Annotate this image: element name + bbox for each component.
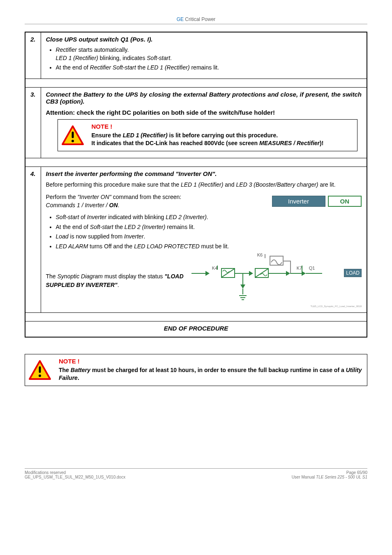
load-label: LOAD bbox=[344, 269, 362, 277]
step-3-row: 3. Connect the Battery to the UPS by clo… bbox=[25, 87, 367, 158]
step-2-body: Close UPS output switch Q1 (Pos. I). Rec… bbox=[41, 32, 367, 79]
on-button[interactable]: ON bbox=[328, 196, 362, 207]
svg-rect-1 bbox=[71, 132, 74, 138]
step-3-body: Connect the Battery to the UPS by closin… bbox=[41, 87, 367, 158]
step-3-note-box: NOTE ! Ensure the LED 1 (Rectifier) is l… bbox=[58, 119, 357, 151]
warning-icon bbox=[61, 125, 84, 146]
svg-rect-6 bbox=[39, 366, 41, 373]
step-4-body: Insert the inverter performing the comma… bbox=[41, 166, 367, 312]
step-2-subline: LED 1 (Rectifier) blinking, indicates So… bbox=[56, 54, 362, 62]
step-2-bullet-2: At the end of Rectifier Soft-start the L… bbox=[56, 64, 362, 72]
page-header: GE Critical Power bbox=[25, 16, 367, 24]
final-note-body: The Battery must be charged for at least… bbox=[59, 366, 363, 382]
step-4-bullet-2: At the end of Soft-start the LED 2 (Inve… bbox=[56, 223, 362, 231]
step-3-attention: Attention: check the right DC polarities… bbox=[46, 109, 362, 116]
step-4-bullet-1: Soft-start of Inverter indicated with bl… bbox=[56, 213, 362, 222]
step-4-bullet-3: Load is now supplied from Inverter. bbox=[56, 233, 362, 241]
svg-point-2 bbox=[71, 140, 74, 142]
page-footer: Modifications reserved GE_UPS_USM_TLE_SU… bbox=[25, 468, 367, 479]
step-2-row: 2. Close UPS output switch Q1 (Pos. I). … bbox=[25, 32, 367, 79]
step-3-title: Connect the Battery to the UPS by closin… bbox=[46, 91, 362, 105]
k6-label: K6 bbox=[257, 252, 263, 257]
step-3-note-body: Ensure the LED 1 (Rectifier) is lit befo… bbox=[92, 132, 353, 148]
end-of-procedure: END OF PROCEDURE bbox=[25, 321, 367, 337]
header-ge: GE bbox=[177, 16, 184, 22]
end-row: END OF PROCEDURE bbox=[25, 321, 367, 337]
header-cp: Critical Power bbox=[184, 16, 215, 22]
step-4-row: 4. Insert the inverter performing the co… bbox=[25, 166, 367, 312]
synoptic-diagram: K6 K4 bbox=[191, 254, 362, 308]
warning-icon bbox=[28, 360, 51, 380]
step-4-number: 4. bbox=[25, 166, 41, 312]
step-4-command-row: Perform the "Inverter ON" command from t… bbox=[46, 193, 362, 209]
footer-page: Page 65/90 bbox=[292, 470, 367, 475]
svg-point-7 bbox=[39, 375, 41, 377]
step-4-intro: Before performing this procedure make su… bbox=[46, 180, 362, 189]
final-note-title: NOTE ! bbox=[59, 358, 363, 365]
inverter-button[interactable]: Inverter bbox=[272, 196, 325, 207]
step-2-title: Close UPS output switch Q1 (Pos. I). bbox=[46, 36, 362, 43]
step-3-number: 3. bbox=[25, 87, 41, 158]
diagram-id: TLE5_LCD_Synoptic_FC_Load_Inverter_0018 bbox=[311, 305, 362, 308]
step-4-title: Insert the inverter performing the comma… bbox=[46, 170, 362, 177]
step-4-synoptic-text: The Synoptic Diagram must display the st… bbox=[46, 272, 185, 289]
q1-label: Q1 bbox=[309, 266, 315, 271]
footer-mod: Modifications reserved bbox=[25, 470, 125, 475]
footer-file: GE_UPS_USM_TLE_SUL_M22_M50_1US_V010.docx bbox=[25, 475, 125, 479]
footer-manual: User Manual TLE Series 225 - 500 UL S1 bbox=[292, 475, 367, 479]
procedure-box: 2. Close UPS output switch Q1 (Pos. I). … bbox=[25, 32, 367, 338]
spacer-3 bbox=[25, 312, 367, 321]
step-3-note-title: NOTE ! bbox=[92, 123, 353, 130]
step-4-bullet-4: LED ALARM turns Off and the LED LOAD PRO… bbox=[56, 243, 362, 251]
step-2-bullet-1: Rectifier starts automatically. LED 1 (R… bbox=[56, 46, 362, 62]
final-note-box: NOTE ! The Battery must be charged for a… bbox=[25, 354, 367, 386]
step-2-number: 2. bbox=[25, 32, 41, 79]
spacer-2 bbox=[25, 158, 367, 166]
spacer-1 bbox=[25, 79, 367, 87]
